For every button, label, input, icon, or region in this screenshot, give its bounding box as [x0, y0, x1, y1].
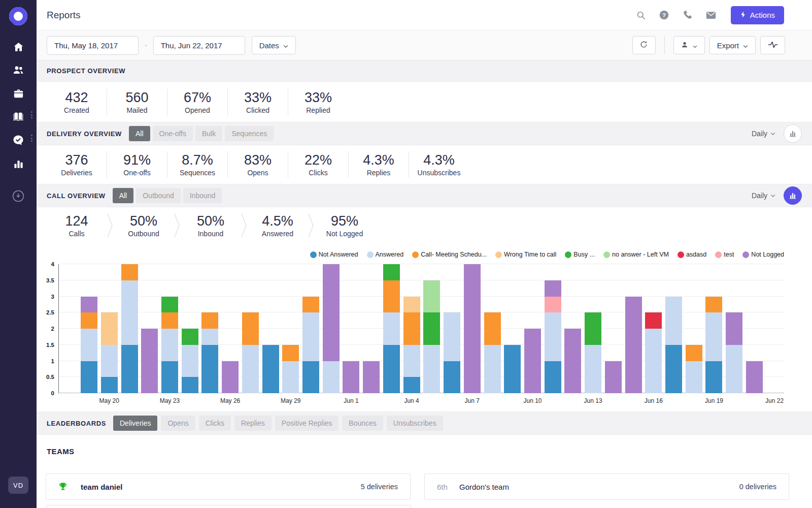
sidebar-item-opportunities[interactable] [12, 87, 24, 100]
tab-unsubscribes[interactable]: Unsubscribes [387, 416, 443, 431]
bar-segment-jun-3-call-meeting-schedu[interactable] [383, 280, 400, 313]
tab-all[interactable]: All [113, 188, 134, 203]
bar-segment-may-19-call-meeting-schedu[interactable] [81, 312, 97, 329]
bar-segment-may-20-answered[interactable] [101, 345, 118, 377]
legend-asdasd[interactable]: asdasd [678, 251, 706, 258]
bar-segment-may-31-answered[interactable] [323, 361, 340, 394]
bar-segment-may-23-answered[interactable] [161, 329, 178, 361]
sidebar-item-tasks[interactable] [12, 134, 24, 146]
bar-segment-may-23-call-meeting-schedu[interactable] [161, 312, 178, 329]
bar-segment-may-25-not-answered[interactable] [201, 345, 218, 393]
bar-segment-may-29-answered[interactable] [282, 361, 299, 394]
bar-segment-jun-5-busy[interactable] [423, 312, 440, 345]
bar-segment-may-26-not-logged[interactable] [222, 361, 239, 394]
legend-not-answered[interactable]: Not Answered [310, 251, 358, 258]
bar-segment-may-20-not-answered[interactable] [101, 377, 118, 393]
bar-segment-jun-11-not-logged[interactable] [545, 280, 561, 297]
bar-segment-jun-8-call-meeting-schedu[interactable] [484, 312, 501, 345]
bar-segment-jun-20-answered[interactable] [726, 345, 742, 393]
bar-segment-may-24-busy[interactable] [182, 329, 198, 345]
bar-segment-may-24-answered[interactable] [182, 345, 198, 377]
bar-segment-may-25-call-meeting-schedu[interactable] [201, 312, 218, 329]
bar-segment-may-21-not-answered[interactable] [121, 345, 138, 393]
bar-segment-jun-12-not-logged[interactable] [564, 329, 581, 393]
bar-segment-jun-5-no-answer-left-vm[interactable] [423, 280, 440, 313]
tab-deliveries[interactable]: Deliveries [113, 416, 157, 431]
start-date-input[interactable] [47, 36, 139, 55]
bar-segment-jun-11-test[interactable] [545, 297, 561, 313]
bar-segment-jun-3-answered[interactable] [383, 312, 400, 345]
refresh-button[interactable] [632, 36, 656, 54]
export-button[interactable]: Export [709, 36, 756, 54]
bar-segment-jun-4-not-answered[interactable] [403, 377, 420, 393]
bar-segment-jun-13-busy[interactable] [585, 312, 601, 345]
bar-segment-jun-10-not-logged[interactable] [524, 329, 541, 393]
bar-segment-may-21-answered[interactable] [121, 280, 138, 345]
bar-segment-jun-11-not-answered[interactable] [545, 361, 561, 394]
tab-inbound[interactable]: Inbound [183, 188, 222, 203]
legend-busy[interactable]: Busy ... [565, 251, 595, 258]
tab-outbound[interactable]: Outbound [136, 188, 181, 203]
legend-wrong-time-to-call[interactable]: Wrong Time to call [495, 251, 556, 258]
bar-segment-may-28-not-answered[interactable] [262, 345, 279, 393]
bar-segment-may-27-answered[interactable] [242, 345, 259, 393]
bar-segment-jun-18-answered[interactable] [686, 361, 702, 394]
bar-segment-jun-19-call-meeting-schedu[interactable] [705, 297, 722, 313]
bar-segment-may-23-busy[interactable] [161, 297, 178, 313]
legend-not-logged[interactable]: Not Logged [742, 251, 784, 258]
bar-segment-jun-16-asdasd[interactable] [645, 312, 662, 329]
bar-segment-jun-20-not-logged[interactable] [726, 312, 742, 345]
bar-segment-may-20-wrong-time-to-call[interactable] [101, 312, 118, 345]
bar-segment-jun-17-not-answered[interactable] [665, 345, 682, 393]
delivery-interval-dropdown[interactable]: Daily [752, 130, 775, 138]
team-card-team-daniel[interactable]: team daniel5 deliveries [46, 473, 411, 500]
sidebar-item-reports[interactable] [12, 157, 24, 170]
legend-answered[interactable]: Answered [367, 251, 404, 258]
user-avatar[interactable]: VD [8, 477, 28, 494]
team-card-gordon-s-team[interactable]: 6thGordon's team0 deliveries [424, 473, 789, 500]
end-date-input[interactable] [153, 36, 245, 55]
tab-bounces[interactable]: Bounces [342, 416, 383, 431]
bar-segment-may-30-answered[interactable] [302, 312, 319, 361]
legend-call-meeting-schedu[interactable]: Call- Meeting Schedu... [412, 251, 487, 258]
bar-segment-may-22-not-logged[interactable] [141, 329, 158, 393]
activity-button[interactable] [760, 36, 785, 54]
actions-button[interactable]: Actions [731, 6, 784, 24]
legend-test[interactable]: test [715, 251, 734, 258]
dates-button[interactable]: Dates [252, 36, 296, 54]
outreach-logo-icon[interactable] [9, 7, 27, 25]
bar-segment-jun-7-not-logged[interactable] [464, 264, 481, 393]
tab-replies[interactable]: Replies [234, 416, 272, 431]
bar-segment-jun-11-answered[interactable] [545, 312, 561, 361]
bar-segment-jun-4-answered[interactable] [403, 345, 420, 377]
mail-icon[interactable] [705, 10, 717, 21]
legend-no-answer-left-vm[interactable]: no answer - Left VM [603, 251, 669, 258]
bar-segment-jun-16-answered[interactable] [645, 329, 662, 393]
bar-segment-may-30-call-meeting-schedu[interactable] [302, 297, 319, 313]
search-icon[interactable] [635, 10, 647, 21]
tab-one-offs[interactable]: One-offs [153, 126, 193, 141]
tab-opens[interactable]: Opens [161, 416, 195, 431]
bar-segment-may-27-call-meeting-schedu[interactable] [242, 312, 259, 345]
bar-segment-jun-5-answered[interactable] [423, 345, 440, 393]
bar-segment-jun-6-not-answered[interactable] [444, 361, 460, 394]
bar-segment-may-23-not-answered[interactable] [161, 361, 178, 394]
bar-segment-jun-4-wrong-time-to-call[interactable] [403, 297, 420, 313]
content-library-menu-dots[interactable] [30, 110, 33, 119]
help-icon[interactable]: ? [659, 10, 670, 21]
call-interval-dropdown[interactable]: Daily [752, 192, 775, 200]
sidebar-item-content-library[interactable] [12, 111, 24, 123]
user-filter-button[interactable] [673, 36, 705, 54]
bar-segment-jun-8-answered[interactable] [484, 345, 501, 393]
bar-segment-jun-13-answered[interactable] [585, 345, 601, 393]
sidebar-item-downloads[interactable] [12, 190, 24, 202]
tab-positive-replies[interactable]: Positive Replies [275, 416, 339, 431]
bar-segment-jun-3-not-answered[interactable] [383, 345, 400, 393]
delivery-chart-toggle[interactable] [784, 124, 802, 143]
bar-segment-may-25-answered[interactable] [201, 329, 218, 345]
bar-segment-jun-21-not-logged[interactable] [746, 361, 763, 394]
bar-segment-jun-17-answered[interactable] [665, 297, 682, 345]
bar-segment-jun-1-not-logged[interactable] [343, 361, 359, 394]
tasks-menu-dots[interactable] [30, 134, 33, 143]
bar-segment-may-21-call-meeting-schedu[interactable] [121, 264, 138, 280]
